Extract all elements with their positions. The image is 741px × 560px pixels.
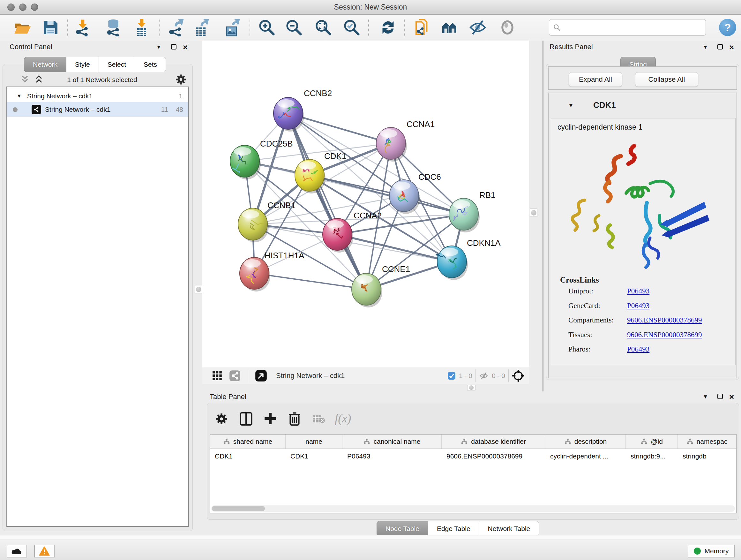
zoom-in-icon[interactable]	[258, 18, 276, 37]
tab-edge-table[interactable]: Edge Table	[428, 521, 479, 537]
table-hscrollbar[interactable]	[211, 505, 735, 512]
import-network-database-icon[interactable]	[105, 18, 122, 37]
expand-all-chevron-icon[interactable]	[34, 75, 44, 84]
tab-network-table[interactable]: Network Table	[479, 521, 539, 537]
tab-sets[interactable]: Sets	[135, 57, 166, 72]
fit-content-crosshair-icon[interactable]	[512, 369, 525, 382]
column-header-description[interactable]: description	[545, 435, 626, 449]
results-panel-close-icon[interactable]: ×	[729, 45, 734, 50]
zoom-out-icon[interactable]	[285, 18, 303, 37]
graph-node-rb1[interactable]: RB1	[449, 190, 495, 233]
node-label: RB1	[479, 190, 495, 200]
export-image-icon[interactable]	[224, 18, 242, 37]
add-column-icon[interactable]	[263, 412, 277, 426]
table-cell[interactable]: stringdb:9...	[630, 452, 666, 460]
refresh-icon[interactable]	[379, 18, 397, 37]
table-panel-float-icon[interactable]	[718, 394, 723, 399]
export-network-icon[interactable]	[167, 18, 185, 37]
zoom-selected-icon[interactable]	[343, 18, 360, 37]
table-cell[interactable]: stringdb	[683, 452, 706, 460]
control-panel-menu-icon[interactable]: ▼	[156, 44, 161, 51]
graph-node-hist1h1a[interactable]: HIST1H1A	[240, 251, 305, 292]
table-panel-title: Table Panel	[210, 393, 246, 401]
toolbar-separator	[368, 19, 369, 36]
network-options-gear-icon[interactable]	[175, 73, 187, 85]
node-label: CCNE1	[382, 264, 410, 274]
node-label: CCNB2	[304, 88, 332, 98]
tab-select[interactable]: Select	[99, 57, 135, 72]
crosslink-url[interactable]: P06493	[627, 287, 650, 295]
collection-count: 1	[179, 92, 183, 100]
show-columns-icon[interactable]	[239, 412, 253, 426]
crosslink-url[interactable]: 9606.ENSP00000378699	[627, 316, 702, 324]
search-input[interactable]	[561, 23, 695, 32]
cloud-button[interactable]	[7, 545, 27, 557]
column-header-namespac[interactable]: namespac	[678, 435, 736, 449]
table-splitter-handle[interactable]	[467, 385, 475, 390]
export-table-icon[interactable]	[193, 18, 211, 37]
hidden-eye-icon[interactable]	[479, 371, 488, 381]
right-splitter-handle[interactable]	[530, 208, 537, 217]
network-list-icon[interactable]	[229, 370, 241, 381]
column-header-canonical-name[interactable]: canonical name	[342, 435, 442, 449]
hide-visibility-icon[interactable]	[469, 18, 487, 37]
tab-style[interactable]: Style	[66, 57, 99, 72]
selected-checkbox-icon[interactable]	[448, 372, 456, 380]
control-panel-float-icon[interactable]	[171, 44, 177, 50]
left-splitter-handle[interactable]	[195, 285, 202, 294]
control-panel-close-icon[interactable]: ×	[183, 45, 188, 50]
column-header--id[interactable]: @id	[626, 435, 678, 449]
table-cell[interactable]: 9606.ENSP00000378699	[447, 452, 522, 460]
table-cell[interactable]: P06493	[347, 452, 370, 460]
table-panel-menu-icon[interactable]: ▼	[703, 394, 708, 400]
graph-node-ccnb2[interactable]: CCNB2	[273, 88, 332, 132]
graph-node-ccnb1[interactable]: CCNB1	[238, 200, 295, 242]
show-visibility-icon[interactable]	[498, 18, 516, 37]
tab-network[interactable]: Network	[24, 57, 66, 72]
save-session-icon[interactable]	[42, 18, 60, 37]
graph-node-ccne1[interactable]: CCNE1	[352, 264, 410, 307]
toolbar-separator	[404, 19, 405, 36]
table-cell[interactable]: CDK1	[290, 452, 308, 460]
table-panel-close-icon[interactable]: ×	[729, 394, 734, 400]
table-cell[interactable]: CDK1	[215, 452, 232, 460]
column-header-shared-name[interactable]: shared name	[210, 435, 286, 449]
crosslink-url[interactable]: P06493	[627, 302, 650, 310]
network-from-file-icon[interactable]	[414, 18, 432, 37]
network-tree-row[interactable]: String Network – cdk1 11 48	[7, 102, 188, 117]
home-networks-icon[interactable]	[441, 18, 459, 37]
graph-node-cdc6[interactable]: CDC6	[389, 172, 441, 214]
delete-column-trash-icon[interactable]	[287, 411, 301, 426]
protein-collapse-icon[interactable]: ▼	[568, 102, 574, 109]
column-header-database-identifier[interactable]: database identifier	[442, 435, 545, 449]
import-table-icon[interactable]	[133, 18, 151, 37]
collapse-all-button[interactable]: Collapse All	[635, 72, 698, 87]
network-view[interactable]: CCNB2CCNA1CDC25BCDK1CDC6RB1CCNB1CCNA2CDK…	[202, 41, 529, 384]
search-box[interactable]	[549, 19, 706, 36]
open-session-icon[interactable]	[13, 18, 31, 37]
results-panel-float-icon[interactable]	[718, 44, 723, 50]
graph-node-cdkn1a[interactable]: CDKN1A	[436, 238, 501, 280]
network-icon	[31, 105, 41, 114]
network-tree-root-row[interactable]: ▼ String Network – cdk1 1	[7, 89, 188, 104]
graph-node-ccna1[interactable]: CCNA1	[376, 119, 434, 162]
memory-button[interactable]: Memory	[688, 545, 735, 557]
expand-all-button[interactable]: Expand All	[569, 72, 622, 87]
crosslink-url[interactable]: 9606.ENSP00000378699	[627, 331, 702, 339]
table-cell[interactable]: cyclin-dependent ...	[550, 452, 608, 460]
table-gear-icon[interactable]	[215, 412, 228, 426]
tree-collapse-icon[interactable]: ▼	[17, 93, 22, 99]
results-panel-divider[interactable]	[542, 41, 543, 391]
tab-node-table[interactable]: Node Table	[377, 521, 428, 537]
zoom-fit-icon[interactable]	[314, 18, 332, 37]
column-header-name[interactable]: name	[286, 435, 342, 449]
network-graph[interactable]: CCNB2CCNA1CDC25BCDK1CDC6RB1CCNB1CCNA2CDK…	[202, 41, 529, 366]
help-button[interactable]: ?	[719, 19, 736, 36]
warnings-button[interactable]	[34, 545, 55, 557]
grid-view-icon[interactable]	[212, 370, 223, 381]
results-panel-menu-icon[interactable]: ▼	[703, 44, 708, 51]
collapse-all-chevron-icon[interactable]	[20, 75, 30, 84]
import-network-file-icon[interactable]	[74, 18, 91, 37]
crosslink-url[interactable]: P06493	[627, 345, 650, 354]
detach-view-icon[interactable]	[255, 370, 267, 382]
